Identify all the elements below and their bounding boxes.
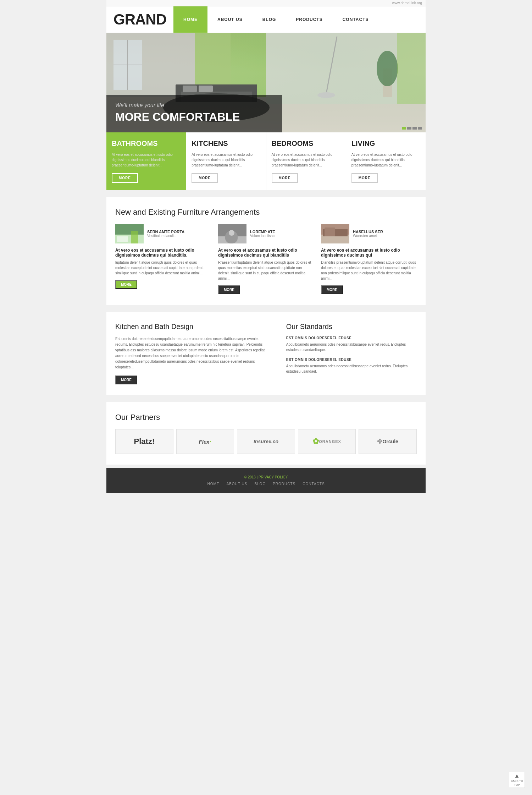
partner-orangex[interactable]: ✿ORANGEX [298,429,356,454]
thumb-svg-1 [115,224,144,243]
category-bathrooms: BATHROOMS At vero eos et accusamus et iu… [106,132,186,190]
category-bathrooms-title: BATHROOMS [112,139,181,148]
kitchens-more-button[interactable]: MORE [192,173,218,183]
separator-2 [106,305,426,308]
partner-platz[interactable]: Platz! [115,429,173,454]
partner-insurex[interactable]: Insurex.co [237,429,295,454]
footer-nav-blog[interactable]: BLOG [254,482,266,486]
furniture-thumb-2 [218,224,246,243]
nav-home[interactable]: HOME [173,6,207,33]
standards-subtitle-1: EST OMNIS DOLORESEREL EDUSE [286,336,417,340]
footer-nav-home[interactable]: HOME [207,482,219,486]
hero-overlay: We'll make your life MORE COMFORTABLE [106,95,282,132]
svg-rect-18 [397,33,426,104]
category-kitchens-text: At vero eos et accusamus et iusto odio d… [192,152,260,168]
footer-nav-products[interactable]: PRODUCTS [273,482,295,486]
nav-blog[interactable]: BLOG [253,6,286,33]
furniture-sublabel-1: Vestibulum iaculis [147,234,184,238]
domain: www.demoLink.org [392,1,422,5]
standards-subtitle-2: EST OMNIS DOLORESEREL EDUSE [286,358,417,362]
footer-nav-contacts[interactable]: CONTACTS [303,482,325,486]
furniture-body-1: luptatum delenit atque corrupti quos dol… [115,260,211,276]
separator-3 [106,395,426,399]
top-bar: www.demoLink.org [106,0,426,6]
hero-dot-3[interactable] [412,127,417,130]
furniture-more-button-2[interactable]: MORE [218,285,240,294]
nav-about[interactable]: ABOUT US [207,6,253,33]
furniture-info-2: LOREMP ATE Vulum iaculisac [250,230,275,238]
svg-rect-22 [131,231,138,243]
partners-title: Our Partners [115,413,417,422]
furniture-more-button-1[interactable]: MORE [115,280,137,289]
furniture-item-2: LOREMP ATE Vulum iaculisac At vero eos e… [218,224,314,294]
svg-point-15 [317,92,335,98]
footer-nav-about[interactable]: ABOUT US [226,482,247,486]
furniture-item-1: SERN AMTE PORTA Vestibulum iaculis At ve… [115,224,211,294]
living-more-button[interactable]: MORE [351,173,378,183]
category-living-title: LIVING [351,139,420,148]
furniture-grid: SERN AMTE PORTA Vestibulum iaculis At ve… [115,224,417,294]
svg-rect-12 [199,86,213,92]
category-living: LIVING At vero eos et accusamus et iusto… [346,132,426,190]
standards-text-1: Apqulbdameto aerumoms odes necessitatibu… [286,342,417,352]
furniture-info-3: HASELLUS SER Wuersten amet [353,230,383,238]
furniture-heading-2: At vero eos et accusamus et iusto odio d… [218,248,314,258]
furniture-body-2: Rraesentiumluptatum delenit atque corrup… [218,260,314,281]
kitchen-bath-text: Est omnis doloresereledusempqulbdameto a… [115,336,272,370]
category-bedrooms: BEDROOMS At vero eos et accusamus et ius… [266,132,346,190]
hero-banner: We'll make your life MORE COMFORTABLE [106,33,426,132]
furniture-label-1: SERN AMTE PORTA [147,230,184,234]
header: GRAND HOME ABOUT US BLOG PRODUCTS CONTAC… [106,6,426,33]
kitchen-bath-title: Kitchen and Bath Design [115,323,272,331]
furniture-info-1: SERN AMTE PORTA Vestibulum iaculis [147,230,184,238]
kitchen-bath-more-button[interactable]: MORE [115,375,137,384]
kitchen-standards-section: Kitchen and Bath Design Est omnis dolore… [106,312,426,395]
partners-section: Our Partners Platz! Flex· Insurex.co ✿OR… [106,402,426,465]
hero-title: MORE COMFORTABLE [115,110,273,124]
furniture-thumb-1 [115,224,144,243]
partner-orcule[interactable]: ✤ Orcule [359,429,417,454]
furniture-label-2: LOREMP ATE [250,230,275,234]
hero-dot-2[interactable] [407,127,411,130]
room-categories: BATHROOMS At vero eos et accusamus et iu… [106,132,426,190]
furniture-section-title: New and Existing Furniture Arrangements [115,208,417,217]
bathrooms-more-button[interactable]: MORE [112,173,138,183]
furniture-preview-1: SERN AMTE PORTA Vestibulum iaculis [115,224,211,243]
furniture-label-3: HASELLUS SER [353,230,383,234]
svg-rect-30 [325,227,335,236]
furniture-body-3: Dlanditiis praesentiumvoluptatum delenit… [321,260,417,281]
furniture-item-3: HASELLUS SER Wuersten amet At vero eos e… [321,224,417,294]
partners-grid: Platz! Flex· Insurex.co ✿ORANGEX ✤ Orcul… [115,429,417,454]
furniture-sublabel-2: Vulum iaculisac [250,234,275,238]
footer-nav: HOME ABOUT US BLOG PRODUCTS CONTACTS [113,482,419,486]
hero-dot-1[interactable] [402,127,406,130]
standards-title: Our Standards [286,323,417,331]
nav-products[interactable]: PRODUCTS [286,6,332,33]
footer: © 2013 | PRIVACY POLICY HOME ABOUT US BL… [106,468,426,493]
furniture-preview-2: LOREMP ATE Vulum iaculisac [218,224,314,243]
hero-dot-4[interactable] [418,127,422,130]
bedrooms-more-button[interactable]: MORE [272,173,298,183]
main-nav: HOME ABOUT US BLOG PRODUCTS CONTACTS [173,6,378,33]
footer-copy-text: © 2013 | PRIVACY POLICY [244,475,288,479]
furniture-thumb-3 [321,224,349,243]
standards-col: Our Standards EST OMNIS DOLORESEREL EDUS… [286,323,417,384]
logo[interactable]: GRAND [106,11,173,28]
thumb-svg-3 [321,224,349,243]
partner-flex[interactable]: Flex· [176,429,234,454]
furniture-heading-3: At vero eos et accusamus et iusto odio d… [321,248,417,258]
category-kitchens-title: KITCHENS [192,139,260,148]
svg-rect-11 [183,86,197,92]
furniture-sublabel-3: Wuersten amet [353,234,383,238]
hero-dots [402,127,422,130]
category-bedrooms-text: At vero eos et accusamus et iusto odio d… [272,152,340,168]
furniture-more-button-3[interactable]: MORE [321,285,343,294]
furniture-heading-1: At vero eos et accusamus et iusto odio d… [115,248,211,258]
furniture-preview-3: HASELLUS SER Wuersten amet [321,224,417,243]
thumb-svg-2 [218,224,246,243]
svg-point-17 [377,51,398,86]
nav-contacts[interactable]: CONTACTS [333,6,379,33]
hero-subtitle: We'll make your life [115,102,273,109]
category-kitchens: KITCHENS At vero eos et accusamus et ius… [186,132,266,190]
footer-copyright: © 2013 | PRIVACY POLICY [113,475,419,479]
